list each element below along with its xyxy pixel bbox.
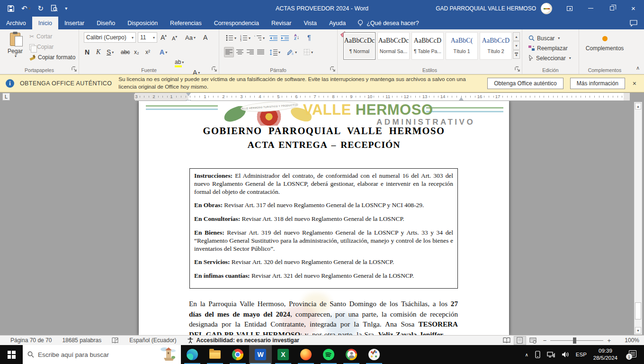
grow-font-button[interactable]: A▾ [161,32,167,43]
dialog-launcher-icon[interactable] [72,66,77,72]
zoom-in-button[interactable]: + [607,337,611,344]
styles-scroll-up-button[interactable]: ▲ [513,32,520,41]
align-center-button[interactable] [235,47,244,57]
sort-button[interactable]: AZ ↓ [293,32,300,42]
superscript-button[interactable]: x² [145,47,150,57]
copy-button[interactable]: Copiar [29,44,54,50]
right-indent-marker[interactable] [459,97,464,100]
zoom-slider[interactable] [550,340,603,341]
zoom-slider-handle[interactable] [573,337,576,344]
phone-link-icon[interactable] [535,351,540,358]
dialog-launcher-icon[interactable] [515,66,520,72]
action-center-icon[interactable]: 1 [626,350,636,359]
redo-icon[interactable]: ↻ [38,5,44,12]
align-right-button[interactable] [246,47,255,57]
bold-button[interactable]: N [85,47,89,57]
font-size-combo[interactable]: 11▾ [138,32,157,43]
body-paragraph[interactable]: En la Parroquia Valle Hermoso, Provincia… [189,299,458,335]
customize-qat-icon[interactable]: ▾ [65,6,67,11]
volume-icon[interactable] [562,351,569,358]
borders-button[interactable]: ▾ [303,47,314,57]
ribbon-tab[interactable]: Insertar [58,17,90,29]
document-page[interactable]: VALLE HERMOSO TURISTICO Y PRODUCTIVO VAL… [139,101,509,335]
taskbar-app-chrome[interactable] [226,345,249,364]
page-indicator[interactable]: Página 70 de 70 [10,337,52,344]
ribbon-tab[interactable]: Referencias [164,17,208,29]
numbering-button[interactable]: 123▾ [239,33,251,43]
search-highlight-image[interactable] [160,346,176,363]
underline-button[interactable]: S▾ [107,47,114,57]
select-button[interactable]: Seleccionar▾ [528,53,571,63]
zoom-out-button[interactable]: − [543,337,547,344]
line-spacing-button[interactable]: ▾ [268,47,281,57]
save-icon[interactable] [8,5,14,12]
close-warning-icon[interactable]: × [633,80,636,87]
ribbon-tab[interactable]: Inicio [32,17,58,29]
ribbon-tab[interactable]: Archivo [0,17,32,29]
style-cell[interactable]: AaBbCcDc ¶ Normal [343,32,376,60]
styles-scroll-down-button[interactable]: ▼ [513,41,520,50]
dialog-launcher-icon[interactable] [330,66,336,72]
multilevel-list-button[interactable]: ¹▾ [253,33,266,43]
minimize-button[interactable] [580,0,601,17]
account-avatar[interactable] [541,3,552,14]
search-input[interactable] [38,351,156,358]
ribbon-tab[interactable]: Ayuda [323,17,352,29]
accessibility-status[interactable]: Accesibilidad: es necesario investigar [187,337,299,344]
replace-button[interactable]: Reemplazar [528,43,568,53]
strikethrough-button[interactable]: abc [121,47,130,57]
dialog-launcher-icon[interactable] [212,66,217,72]
style-cell[interactable]: AaBbC( Título 1 [446,32,478,60]
show-marks-button[interactable]: ¶ [306,32,312,43]
web-layout-button[interactable] [527,336,539,345]
keyboard-language[interactable]: ESP [576,352,587,357]
read-mode-button[interactable] [501,336,513,345]
decrease-indent-button[interactable] [268,33,278,43]
instructions-box[interactable]: Instrucciones: El Administrador del cont… [189,168,458,289]
restore-button[interactable] [601,0,623,17]
taskbar-app-excel[interactable]: X [272,345,295,364]
ribbon-tab[interactable]: Vista [297,17,323,29]
ribbon-tab[interactable]: Correspondencia [208,17,265,29]
ribbon-tab[interactable]: Disposición [121,17,164,29]
taskbar-app-chrome-profile[interactable] [340,345,363,364]
addins-button[interactable]: Complementos [579,36,630,52]
shrink-font-button[interactable]: A▾ [172,33,177,44]
find-button[interactable]: Buscar▾ [528,33,560,43]
clock[interactable]: 09:39 28/5/2024 [593,347,617,362]
get-office-button[interactable]: Obtenga Office auténtico [487,78,564,89]
font-family-combo[interactable]: Calibri (Cuerpo)▾ [84,32,136,43]
more-info-button[interactable]: Más información [570,78,625,89]
undo-icon[interactable]: ↶▾ [21,5,31,12]
chevron-down-icon[interactable]: ▾ [28,6,31,11]
word-count[interactable]: 18685 palabras [62,337,101,344]
taskbar-app-paint[interactable] [363,345,385,364]
styles-more-button[interactable]: ▼ [513,50,520,59]
taskbar-search-box[interactable] [23,345,181,364]
ribbon-tab[interactable]: Diseño [90,17,121,29]
network-icon[interactable] [547,351,555,358]
ribbon-display-options-button[interactable] [559,0,580,17]
vertical-scrollbar[interactable]: ▲ ▼ [634,102,642,335]
tab-stop-selector[interactable]: L [2,93,10,100]
close-button[interactable]: × [623,0,644,17]
align-left-button[interactable] [224,47,234,57]
ribbon-tab[interactable]: Revisar [265,17,297,29]
account-name[interactable]: GAD PARROQUIAL VALLE HERMOSO [436,5,536,12]
taskbar-app-word[interactable]: W [249,345,272,364]
first-line-indent-marker[interactable] [186,93,191,96]
print-preview-icon[interactable] [51,5,58,12]
language-indicator[interactable]: Español (Ecuador) [129,337,176,344]
style-cell[interactable]: AaBbCcD Título 2 [480,32,512,60]
text-effects-button[interactable]: A▾ [160,47,167,57]
collapse-ribbon-icon[interactable]: ∧ [636,65,640,71]
start-button[interactable] [0,345,23,364]
subscript-button[interactable]: x₂ [134,47,139,57]
tell-me-box[interactable]: ¿Qué desea hacer? [352,17,425,29]
increase-indent-button[interactable] [280,33,290,43]
style-cell[interactable]: AaBbCcD ¶ Table Pa... [411,32,444,60]
scroll-up-button[interactable]: ▲ [635,103,641,109]
format-painter-button[interactable]: Copiar formato [29,54,75,61]
bullets-button[interactable]: ▾ [225,33,237,43]
shading-button[interactable]: ▾ [286,47,298,57]
